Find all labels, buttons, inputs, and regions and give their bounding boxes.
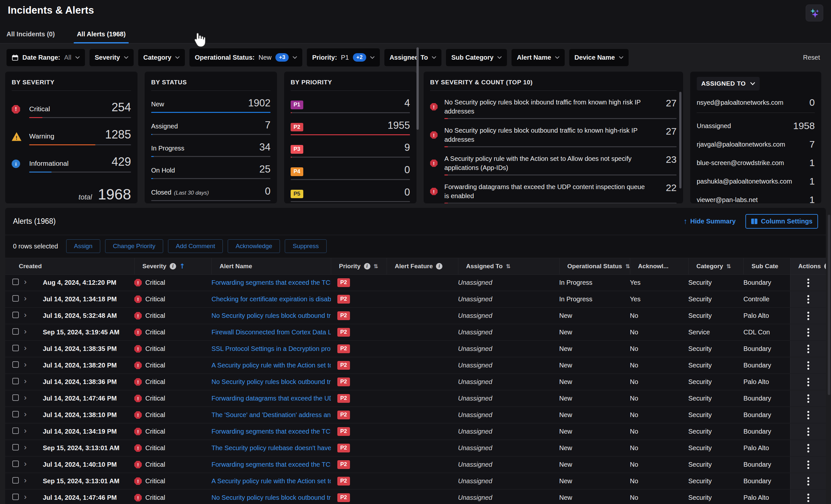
row-actions-menu[interactable]	[805, 458, 811, 471]
alert-row[interactable]: › Jul 14, 2024, 1:38:35 PM ! Critical SS…	[5, 341, 826, 357]
col-header-category[interactable]: Category ⇅	[688, 258, 743, 274]
col-header-alert-name[interactable]: Alert Name	[211, 258, 331, 274]
alert-name-link[interactable]: No Security policy rules block outbound …	[211, 494, 331, 501]
row-actions-menu[interactable]	[805, 392, 811, 405]
row-actions-menu[interactable]	[805, 277, 811, 289]
expand-row-icon[interactable]: ›	[24, 378, 27, 385]
filter-device-name[interactable]: Device Name	[569, 49, 629, 66]
alert-name-link[interactable]: Firewall Disconnected from Cortex Data L…	[211, 329, 331, 336]
expand-row-icon[interactable]: ›	[24, 444, 27, 451]
alert-row[interactable]: › Sep 15, 2024, 3:19:45 AM ! Critical Fi…	[5, 324, 826, 341]
ai-assistant-button[interactable]	[806, 4, 823, 21]
row-actions-menu[interactable]	[805, 343, 811, 355]
reset-filters-button[interactable]: Reset	[803, 54, 825, 61]
row-actions-menu[interactable]	[805, 359, 811, 372]
alert-row[interactable]: › Jul 14, 2024, 1:40:10 PM ! Critical Fo…	[5, 457, 826, 473]
filter-alert-name[interactable]: Alert Name	[512, 49, 565, 66]
row-checkbox[interactable]	[12, 295, 19, 302]
expand-row-icon[interactable]: ›	[24, 278, 27, 286]
expand-row-icon[interactable]: ›	[24, 494, 27, 501]
expand-row-icon[interactable]: ›	[24, 361, 27, 368]
filter-operational-status[interactable]: Operational Status: New +3	[190, 48, 302, 66]
card-scrollbar[interactable]	[679, 92, 682, 188]
alert-row[interactable]: › Sep 15, 2024, 3:13:01 AM ! Critical A …	[5, 473, 826, 490]
alert-row[interactable]: › Jul 14, 2024, 1:47:46 PM ! Critical Fo…	[5, 390, 826, 407]
scrollbar[interactable]	[417, 47, 419, 130]
bulk-action-button[interactable]: Suppress	[285, 239, 326, 253]
filter-date-range[interactable]: Date Range: All	[6, 49, 85, 66]
bulk-action-button[interactable]: Add Comment	[168, 239, 223, 253]
row-actions-menu[interactable]	[805, 326, 811, 338]
row-checkbox[interactable]	[12, 427, 19, 434]
row-checkbox[interactable]	[12, 411, 19, 417]
alert-name-link[interactable]: Forwarding segments that exceed the TCP …	[211, 461, 331, 468]
filter-sub-category[interactable]: Sub Category	[446, 49, 507, 66]
bulk-action-button[interactable]: Change Priority	[105, 239, 163, 253]
row-actions-menu[interactable]	[805, 425, 811, 438]
alert-name-link[interactable]: The Security policy rulebase doesn't hav…	[211, 444, 331, 451]
alert-row[interactable]: › Jul 14, 2024, 1:34:18 PM ! Critical Ch…	[5, 291, 826, 308]
bulk-action-button[interactable]: Acknowledge	[228, 239, 280, 253]
row-checkbox[interactable]	[12, 328, 19, 335]
row-checkbox[interactable]	[12, 494, 19, 500]
column-settings-button[interactable]: Column Settings	[745, 214, 818, 229]
row-actions-menu[interactable]	[805, 475, 811, 487]
alert-name-link[interactable]: Forwarding datagrams that exceed the UDP…	[211, 395, 331, 402]
alert-name-link[interactable]: The 'Source' and 'Destination' address a…	[211, 411, 331, 418]
expand-row-icon[interactable]: ›	[24, 312, 27, 319]
filter-assigned-to[interactable]: Assigned To	[384, 49, 442, 66]
col-header-operational-status[interactable]: Operational Status ⇅	[559, 258, 630, 274]
expand-row-icon[interactable]: ›	[24, 477, 27, 484]
row-checkbox[interactable]	[12, 444, 19, 450]
alert-name-link[interactable]: No Security policy rules block outbound …	[211, 378, 331, 385]
page-scrollbar[interactable]	[828, 215, 830, 395]
row-actions-menu[interactable]	[805, 293, 811, 305]
bulk-action-button[interactable]: Assign	[66, 239, 100, 253]
expand-row-icon[interactable]: ›	[24, 411, 27, 418]
alert-row[interactable]: › Aug 4, 2024, 4:12:20 PM ! Critical For…	[5, 275, 826, 291]
filter-priority[interactable]: Priority: P1 +2	[307, 48, 380, 66]
alert-name-link[interactable]: A Security policy rule with the Action s…	[211, 362, 331, 369]
expand-row-icon[interactable]: ›	[24, 328, 27, 335]
alert-row[interactable]: › Jul 14, 2024, 1:38:10 PM ! Critical Th…	[5, 407, 826, 423]
expand-row-icon[interactable]: ›	[24, 461, 27, 468]
hide-summary-button[interactable]: ↑ Hide Summary	[684, 217, 736, 226]
alert-name-link[interactable]: Checking for certificate expiration is d…	[211, 295, 331, 303]
expand-row-icon[interactable]: ›	[24, 345, 27, 352]
alert-row[interactable]: › Jul 14, 2024, 1:38:20 PM ! Critical A …	[5, 357, 826, 374]
col-header-assigned-to[interactable]: Assigned To ⇅	[458, 258, 559, 274]
row-checkbox[interactable]	[12, 361, 19, 368]
expand-row-icon[interactable]: ›	[24, 394, 27, 402]
filter-category[interactable]: Category	[138, 49, 185, 66]
alert-row[interactable]: › Jul 14, 2024, 1:47:46 PM ! Critical No…	[5, 490, 826, 504]
expand-row-icon[interactable]: ›	[24, 427, 27, 435]
alert-name-link[interactable]: A Security policy rule with the Action s…	[211, 477, 331, 484]
col-header-alert-feature[interactable]: Alert Feature i	[386, 258, 458, 274]
row-actions-menu[interactable]	[805, 310, 811, 322]
filter-severity[interactable]: Severity	[89, 49, 134, 66]
row-checkbox[interactable]	[12, 477, 19, 483]
tab-all-incidents[interactable]: All Incidents (0)	[4, 27, 57, 43]
alert-row[interactable]: › Jul 14, 2024, 1:34:19 PM ! Critical Fo…	[5, 423, 826, 440]
alert-name-link[interactable]: Forwarding segments that exceed the TCP …	[211, 279, 331, 286]
row-actions-menu[interactable]	[805, 376, 811, 388]
row-checkbox[interactable]	[12, 312, 19, 318]
assigned-to-dropdown[interactable]: ASSIGNED TO	[697, 77, 760, 90]
alert-row[interactable]: › Jul 14, 2024, 1:38:36 PM ! Critical No…	[5, 374, 826, 390]
col-header-severity[interactable]: Severity i ↑	[134, 258, 211, 274]
col-header-sub-category[interactable]: Sub Cate	[743, 258, 790, 274]
row-checkbox[interactable]	[12, 461, 19, 467]
alert-name-link[interactable]: SSL Protocol Settings in a Decryption pr…	[211, 345, 331, 352]
row-checkbox[interactable]	[12, 394, 19, 401]
row-actions-menu[interactable]	[805, 492, 811, 504]
alert-row[interactable]: › Jul 16, 2024, 5:32:48 AM ! Critical No…	[5, 308, 826, 324]
alert-row[interactable]: › Sep 15, 2024, 3:13:01 AM ! Critical Th…	[5, 440, 826, 457]
row-checkbox[interactable]	[12, 278, 19, 285]
col-header-acknowledged[interactable]: Acknowl...	[630, 258, 688, 274]
alert-name-link[interactable]: Forwarding segments that exceed the TCP …	[211, 428, 331, 435]
col-header-created[interactable]: Created	[5, 258, 134, 274]
expand-row-icon[interactable]: ›	[24, 295, 27, 302]
alert-name-link[interactable]: No Security policy rules block outbound …	[211, 312, 331, 319]
row-actions-menu[interactable]	[805, 409, 811, 421]
row-checkbox[interactable]	[12, 345, 19, 351]
